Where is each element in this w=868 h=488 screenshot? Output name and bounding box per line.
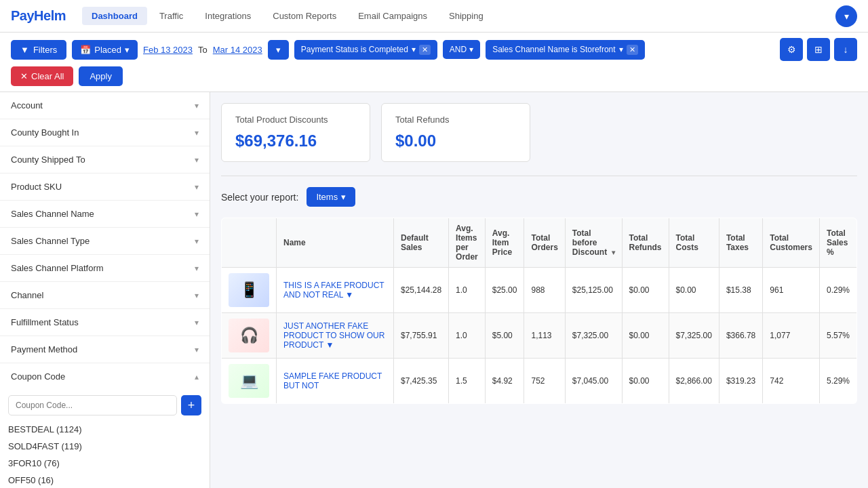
- nav-custom-reports[interactable]: Custom Reports: [263, 7, 346, 25]
- payment-status-delete[interactable]: ✕: [419, 45, 431, 55]
- user-avatar[interactable]: ▾: [835, 5, 857, 27]
- and-button[interactable]: AND ▾: [443, 40, 480, 59]
- table-row: 🎧 JUST ANOTHER FAKE PRODUCT TO SHOW OUR …: [222, 313, 857, 359]
- total-customers-cell: 961: [763, 268, 820, 313]
- card-value: $69,376.16: [235, 131, 356, 150]
- chevron-down-icon: ▾: [195, 264, 199, 273]
- product-link[interactable]: THIS IS A FAKE PRODUCT AND NOT REAL ▼: [283, 281, 384, 300]
- total-before-discount-cell: $25,125.00: [565, 268, 622, 313]
- table-row: 📱 THIS IS A FAKE PRODUCT AND NOT REAL ▼ …: [222, 268, 857, 313]
- sidebar-item-label: Fulfillment Status: [11, 317, 79, 327]
- th-total-taxes: TotalTaxes: [719, 218, 762, 268]
- list-item[interactable]: SOLD4FAST (119): [8, 438, 201, 455]
- th-total-refunds: TotalRefunds: [622, 218, 669, 268]
- avg-items-cell: 1.5: [449, 359, 486, 404]
- th-default-sales: DefaultSales: [394, 218, 449, 268]
- chevron-down-icon3: ▾: [412, 45, 416, 54]
- calendar-icon: 📅: [80, 45, 91, 55]
- chevron-up-icon: ▴: [195, 372, 199, 382]
- coupon-code-list: BESTDEAL (1124) SOLD4FAST (119) 3FOR10 (…: [8, 421, 201, 488]
- avg-price-cell: $4.92: [485, 359, 524, 404]
- card-total-product-discounts: Total Product Discounts $69,376.16: [221, 103, 370, 162]
- list-item[interactable]: OFF50 (16): [8, 472, 201, 488]
- total-costs-cell: $2,866.00: [669, 359, 719, 404]
- main-layout: Account ▾ County Bought In ▾ County Ship…: [0, 92, 868, 488]
- clear-all-button[interactable]: ✕ Clear All: [11, 66, 73, 86]
- chevron-down-icon: ▾: [195, 155, 199, 165]
- coupon-add-button[interactable]: +: [181, 395, 201, 415]
- total-refunds-cell: $0.00: [622, 313, 669, 359]
- product-name-cell: JUST ANOTHER FAKE PRODUCT TO SHOW OUR PR…: [277, 313, 394, 359]
- apply-button[interactable]: Apply: [79, 66, 123, 86]
- table-header-row: Name DefaultSales Avg.ItemsperOrder Avg.…: [222, 218, 857, 268]
- date-from[interactable]: Feb 13 2023: [143, 45, 193, 55]
- sidebar-item-channel[interactable]: Channel ▾: [0, 282, 210, 309]
- download-icon-btn[interactable]: ↓: [834, 38, 857, 61]
- table-icon-btn[interactable]: ⊞: [807, 38, 830, 61]
- nav-shipping[interactable]: Shipping: [439, 7, 493, 25]
- filter-bar: ▼ Filters 📅 Placed ▾ Feb 13 2023 To Mar …: [0, 33, 868, 92]
- nav-traffic[interactable]: Traffic: [150, 7, 193, 25]
- list-item[interactable]: BESTDEAL (1124): [8, 421, 201, 438]
- th-total-customers: TotalCustomers: [763, 218, 820, 268]
- card-total-refunds: Total Refunds $0.00: [381, 103, 530, 162]
- placed-dropdown[interactable]: 📅 Placed ▾: [72, 40, 138, 60]
- filters-button[interactable]: ▼ Filters: [11, 40, 66, 60]
- sidebar-item-sales-channel-platform[interactable]: Sales Channel Platform ▾: [0, 255, 210, 282]
- sidebar-item-product-sku[interactable]: Product SKU ▾: [0, 174, 210, 201]
- nav-dashboard[interactable]: Dashboard: [82, 7, 147, 25]
- avg-items-cell: 1.0: [449, 268, 486, 313]
- th-total-before-discount[interactable]: TotalbeforeDiscount ▾: [565, 218, 622, 268]
- chevron-down-icon: ▾: [195, 318, 199, 327]
- product-link[interactable]: JUST ANOTHER FAKE PRODUCT TO SHOW OUR PR…: [283, 321, 384, 350]
- nav-integrations[interactable]: Integrations: [195, 7, 260, 25]
- total-costs-cell: $0.00: [669, 268, 719, 313]
- nav-email-campaigns[interactable]: Email Campaigns: [349, 7, 437, 25]
- clear-icon: ✕: [20, 71, 28, 81]
- sidebar-item-county-bought-in[interactable]: County Bought In ▾: [0, 119, 210, 146]
- coupon-code-header[interactable]: Coupon Code ▴: [0, 363, 210, 390]
- sidebar-item-sales-channel-type[interactable]: Sales Channel Type ▾: [0, 228, 210, 255]
- navbar: PayHelm Dashboard Traffic Integrations C…: [0, 0, 868, 33]
- total-taxes-cell: $366.78: [719, 313, 762, 359]
- total-sales-pct-cell: 5.29%: [819, 359, 856, 404]
- sidebar-item-label: Sales Channel Platform: [11, 263, 104, 273]
- avg-items-cell: 1.0: [449, 313, 486, 359]
- sidebar-item-account[interactable]: Account ▾: [0, 92, 210, 119]
- th-img: [222, 218, 277, 268]
- report-dropdown[interactable]: Items ▾: [307, 187, 355, 207]
- sales-channel-chip[interactable]: Sales Channel Name is Storefront ▾ ✕: [486, 40, 644, 60]
- sidebar-item-sales-channel-name[interactable]: Sales Channel Name ▾: [0, 201, 210, 228]
- sidebar-item-county-shipped-to[interactable]: County Shipped To ▾: [0, 146, 210, 174]
- avg-price-cell: $25.00: [485, 268, 524, 313]
- coupon-code-label: Coupon Code: [11, 371, 65, 382]
- sidebar: Account ▾ County Bought In ▾ County Ship…: [0, 92, 210, 488]
- chevron-down-icon: ▾: [195, 128, 199, 138]
- total-refunds-cell: $0.00: [622, 268, 669, 313]
- coupon-code-body: + BESTDEAL (1124) SOLD4FAST (119) 3FOR10…: [0, 390, 210, 488]
- sidebar-item-label: County Bought In: [11, 127, 79, 138]
- avg-price-cell: $5.00: [485, 313, 524, 359]
- product-image: 💻: [229, 364, 269, 398]
- product-link[interactable]: SAMPLE FAKE PRODUCT BUT NOT: [283, 371, 382, 390]
- product-image-cell: 🎧: [222, 313, 277, 359]
- date-dropdown-btn[interactable]: ▾: [268, 40, 289, 60]
- th-avg-items: Avg.ItemsperOrder: [449, 218, 486, 268]
- chevron-down-icon4: ▾: [469, 45, 473, 54]
- payment-status-chip[interactable]: Payment Status is Completed ▾ ✕: [294, 40, 437, 60]
- chevron-down-icon: ▾: [195, 101, 199, 110]
- product-image: 📱: [229, 273, 269, 307]
- list-item[interactable]: 3FOR10 (76): [8, 455, 201, 472]
- card-value: $0.00: [395, 131, 516, 150]
- total-before-discount-cell: $7,325.00: [565, 313, 622, 359]
- settings-icon-btn[interactable]: ⚙: [780, 38, 803, 61]
- report-selector: Select your report: Items ▾: [221, 187, 857, 207]
- sales-channel-delete[interactable]: ✕: [627, 45, 638, 55]
- th-name: Name: [277, 218, 394, 268]
- sidebar-item-fulfillment-status[interactable]: Fulfillment Status ▾: [0, 309, 210, 336]
- sidebar-item-payment-method[interactable]: Payment Method ▾: [0, 336, 210, 363]
- coupon-code-input[interactable]: [8, 395, 177, 415]
- sidebar-item-label: Product SKU: [11, 182, 62, 192]
- date-to[interactable]: Mar 14 2023: [213, 45, 262, 55]
- product-image-cell: 💻: [222, 359, 277, 404]
